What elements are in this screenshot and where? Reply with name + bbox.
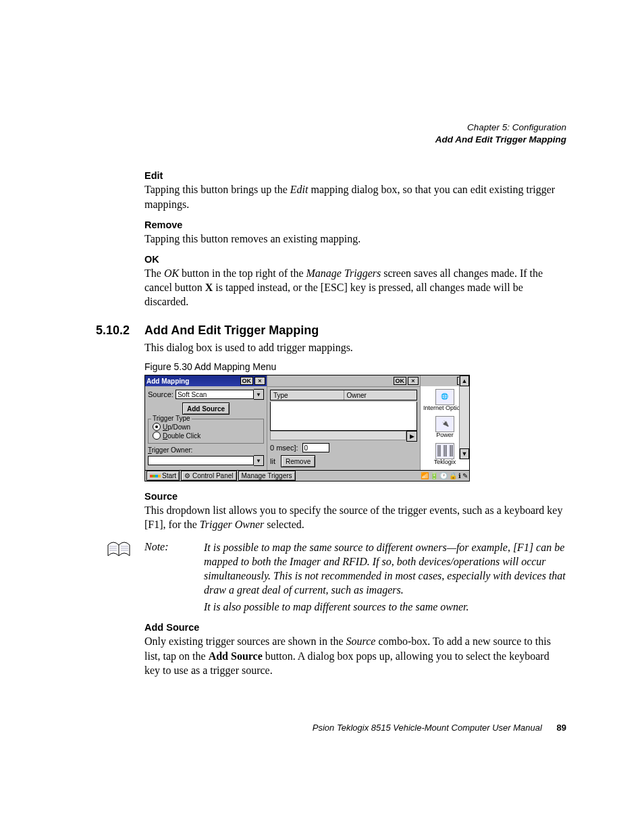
tray-icon[interactable]: ℹ <box>458 472 461 479</box>
page-footer: Psion Teklogix 8515 Vehicle-Mount Comput… <box>313 723 566 733</box>
system-tray: 📶 🔋 🕐 🔒 ℹ ✎ <box>421 472 468 479</box>
ok-button[interactable]: OK <box>394 377 407 385</box>
trigger-owner-dropdown[interactable] <box>148 456 254 465</box>
vertical-scrollbar[interactable]: ▲ ▼ <box>459 375 469 459</box>
add-source-button[interactable]: Add Source <box>182 402 230 415</box>
remove-heading: Remove <box>144 219 566 230</box>
section-heading: 5.10.2 Add And Edit Trigger Mapping <box>122 323 566 338</box>
close-icon[interactable]: × <box>254 377 265 385</box>
ok-button[interactable]: OK <box>240 377 254 385</box>
list-header: Type Owner <box>270 390 417 400</box>
close-icon[interactable]: × <box>408 377 419 385</box>
header-section: Add And Edit Trigger Mapping <box>122 134 566 146</box>
tray-icon[interactable]: ✎ <box>462 472 468 479</box>
section-number: 5.10.2 <box>96 323 144 338</box>
taskbar: Start ⚙ Control Panel Manage Triggers 📶 … <box>144 471 470 481</box>
taskbar-manage-triggers[interactable]: Manage Triggers <box>238 471 296 481</box>
figure-caption: Figure 5.30 Add Mapping Menu <box>144 361 566 372</box>
section-title: Add And Edit Trigger Mapping <box>144 323 319 338</box>
chevron-right-icon[interactable]: ▶ <box>406 431 417 442</box>
trigger-type-group: Trigger Type Up/Down Double Click <box>148 419 264 444</box>
source-heading: Source <box>144 491 566 502</box>
dialog-title: Add Mapping <box>146 377 189 385</box>
screenshot-add-mapping: Add Mapping OK × Source: Soft Scan ▼ Add… <box>144 375 470 471</box>
note-text-2: It is also possible to map different sou… <box>204 600 566 615</box>
group-label: Trigger Type <box>151 415 192 422</box>
note-label: Note: <box>144 541 204 597</box>
power-icon: 🔌 <box>435 416 454 432</box>
edit-body: Tapping this button brings up the Edit m… <box>144 182 566 211</box>
add-mapping-dialog: Add Mapping OK × Source: Soft Scan ▼ Add… <box>145 375 267 470</box>
chevron-down-icon[interactable]: ▼ <box>254 455 264 466</box>
column-type[interactable]: Type <box>271 390 344 400</box>
page-number: 89 <box>557 723 566 733</box>
running-header: Chapter 5: Configuration Add And Edit Tr… <box>122 122 566 146</box>
lit-label: lit <box>270 457 275 465</box>
radio-updown[interactable]: Up/Down <box>153 423 261 431</box>
cp-item-teklogix[interactable]: ║║║ Teklogix <box>434 443 456 466</box>
horizontal-scrollbar[interactable]: ▶ <box>270 431 417 440</box>
windows-logo-icon <box>150 475 161 477</box>
taskbar-control-panel[interactable]: ⚙ Control Panel <box>181 471 236 481</box>
remove-body: Tapping this button removes an existing … <box>144 232 566 246</box>
globe-icon: 🌐 <box>435 389 454 405</box>
tray-icon[interactable]: 🔋 <box>430 472 438 479</box>
manage-triggers-window: OK × Type Owner ▶ 0 msec]: 0 <box>267 375 421 470</box>
tray-icon[interactable]: 📶 <box>421 472 429 479</box>
chevron-up-icon[interactable]: ▲ <box>460 375 469 386</box>
radio-doubleclick[interactable]: Double Click <box>153 432 261 440</box>
addsource-heading: Add Source <box>144 622 566 633</box>
addsource-body: Only existing trigger sources are shown … <box>144 634 566 677</box>
control-panel-window: × 🌐 Internet Options 🔌 Power ║║║ Teklogi… <box>421 375 469 470</box>
control-panel-icon: ⚙ <box>184 472 190 479</box>
chevron-down-icon[interactable]: ▼ <box>460 448 469 459</box>
list-body[interactable] <box>270 402 417 431</box>
remove-button[interactable]: Remove <box>281 455 315 467</box>
source-dropdown[interactable]: Soft Scan <box>176 390 254 399</box>
ok-body: The OK button in the top right of the Ma… <box>144 266 566 309</box>
tray-icon[interactable]: 🕐 <box>439 472 448 479</box>
note-book-icon <box>107 541 131 558</box>
note-block: Note: It is possible to map the same sou… <box>144 541 566 597</box>
source-label: Source: <box>148 390 173 398</box>
ok-heading: OK <box>144 254 566 265</box>
tray-icon[interactable]: 🔒 <box>449 472 457 479</box>
barcode-icon: ║║║ <box>435 443 454 459</box>
column-owner[interactable]: Owner <box>344 390 417 400</box>
start-button[interactable]: Start <box>146 471 180 481</box>
trigger-owner-label: Trigger Owner: <box>148 446 264 454</box>
footer-text: Psion Teklogix 8515 Vehicle-Mount Comput… <box>313 723 542 733</box>
header-chapter: Chapter 5: Configuration <box>122 122 566 134</box>
radio-icon <box>153 423 161 431</box>
source-body: This dropdown list allows you to specify… <box>144 503 566 531</box>
note-text-1: It is possible to map the same source to… <box>204 541 566 597</box>
section-intro: This dialog box is used to add trigger m… <box>144 340 566 355</box>
msec-label: 0 msec]: <box>270 444 298 452</box>
manual-page: Chapter 5: Configuration Add And Edit Tr… <box>0 0 644 834</box>
cp-item-power[interactable]: 🔌 Power <box>435 416 454 439</box>
edit-heading: Edit <box>144 170 566 181</box>
add-mapping-titlebar: Add Mapping OK × <box>145 375 267 386</box>
msec-input[interactable]: 0 <box>302 443 329 452</box>
chevron-down-icon[interactable]: ▼ <box>254 389 264 400</box>
radio-icon <box>153 432 161 440</box>
